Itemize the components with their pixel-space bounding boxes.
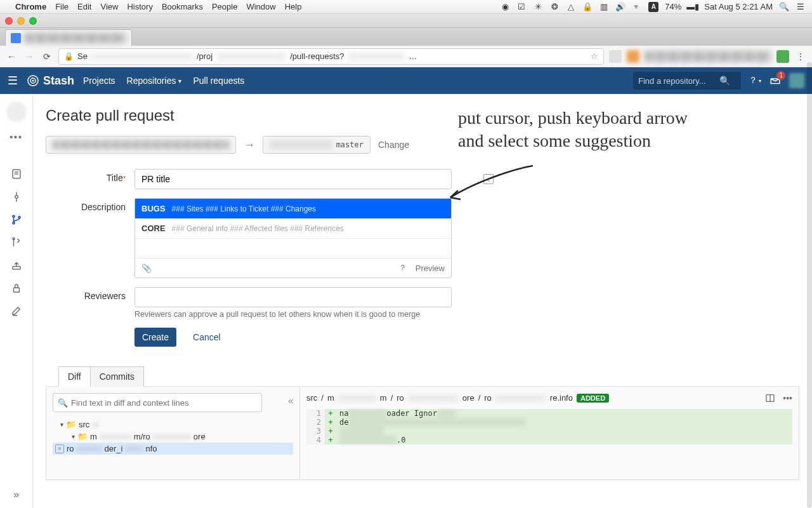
notification-center-icon[interactable]: ☰: [796, 2, 806, 12]
sidebar-more-icon[interactable]: •••: [10, 132, 23, 142]
page-scrollbar[interactable]: [807, 62, 812, 508]
input-source-icon[interactable]: A: [648, 2, 658, 12]
stash-logo[interactable]: Stash: [27, 74, 74, 88]
tree-folder-src[interactable]: ▾📁src: [53, 418, 293, 431]
status-icon-1[interactable]: ❂: [549, 2, 560, 12]
lock-icon: 🔒: [64, 52, 74, 61]
repo-search-input[interactable]: [638, 76, 714, 86]
file-icon: ≡: [55, 444, 64, 453]
battery-percent[interactable]: 74%: [665, 2, 681, 11]
sidebar-source-icon[interactable]: [10, 168, 23, 180]
menu-file[interactable]: File: [55, 2, 69, 11]
svg-rect-14: [13, 288, 19, 292]
menu-bookmarks[interactable]: Bookmarks: [162, 2, 203, 11]
extension-icon-2[interactable]: [627, 50, 639, 63]
nav-pull-requests[interactable]: Pull requests: [193, 76, 244, 86]
user-avatar[interactable]: [789, 73, 804, 88]
sidebar-branches-icon[interactable]: [10, 213, 23, 226]
sidebar-settings-icon[interactable]: [10, 305, 23, 318]
file-added-badge: ADDED: [577, 394, 609, 403]
checkbox-status-icon[interactable]: ☑: [516, 2, 527, 12]
nav-back-button[interactable]: ←: [5, 50, 18, 63]
browser-tab[interactable]: [5, 29, 132, 46]
suggestion-core[interactable]: CORE ### General info ### Affected files…: [135, 218, 451, 238]
reviewers-input[interactable]: [134, 287, 452, 307]
preview-link[interactable]: Preview: [416, 264, 445, 273]
create-button[interactable]: Create: [134, 328, 176, 347]
dest-branch-chip[interactable]: master: [263, 136, 370, 154]
window-zoom-button[interactable]: [29, 17, 37, 25]
sidebar-forks-icon[interactable]: [10, 259, 23, 272]
menu-edit[interactable]: Edit: [77, 2, 91, 11]
tree-file-selected[interactable]: ≡ro der_i nfo: [53, 443, 293, 455]
extension-icon-1[interactable]: [609, 50, 622, 63]
nav-repositories[interactable]: Repositories▾: [127, 76, 182, 86]
lock-status-icon[interactable]: 🔒: [582, 2, 593, 12]
window-minimize-button[interactable]: [17, 17, 25, 25]
gdrive-icon[interactable]: △: [566, 2, 576, 12]
diff-view-toggle-icon[interactable]: [765, 393, 775, 405]
diff-more-icon[interactable]: •••: [783, 393, 792, 405]
chrome-toolbar: ← → ⟳ 🔒 Se /proj /pull-requests? … ☆ ⋮: [0, 46, 812, 67]
project-avatar[interactable]: [6, 102, 27, 122]
nav-reload-button[interactable]: ⟳: [41, 50, 53, 63]
tab-title-blurred: [25, 33, 126, 43]
diff-search-input[interactable]: [53, 393, 262, 412]
diff-file-tree-panel: 🔍 « ▾📁src ▾📁m m/ro ore ≡ro der_i nfo: [46, 387, 300, 479]
menu-history[interactable]: History: [127, 2, 152, 11]
suggestion-name: BUGS: [141, 204, 166, 213]
tab-diff[interactable]: Diff: [58, 366, 91, 387]
menu-people[interactable]: People: [212, 2, 237, 11]
description-editor[interactable]: BUGS ### Sites ### Links to Ticket ### C…: [134, 198, 452, 278]
attachment-icon[interactable]: 📎: [141, 264, 152, 273]
repo-search[interactable]: 🔍: [633, 72, 741, 90]
tree-folder-sub[interactable]: ▾📁m m/ro ore: [53, 431, 293, 443]
nav-projects[interactable]: Projects: [83, 76, 115, 86]
avast-icon[interactable]: ✳: [533, 2, 543, 12]
nav-forward-button[interactable]: →: [23, 50, 36, 63]
menubar-app-name[interactable]: Chrome: [15, 2, 46, 11]
extension-icon-3[interactable]: [776, 50, 789, 63]
inbox-icon[interactable]: 1: [769, 74, 782, 87]
title-input[interactable]: [134, 169, 452, 189]
sidebar-permissions-icon[interactable]: [10, 282, 23, 295]
diff-line: 2+de: [306, 418, 792, 427]
battery-detail-icon[interactable]: ▥: [599, 2, 609, 12]
annotation-line2: and select some suggestion: [458, 130, 775, 152]
cancel-button[interactable]: Cancel: [185, 328, 228, 347]
help-icon[interactable]: ？▾: [749, 74, 761, 87]
chrome-menu-button[interactable]: ⋮: [794, 50, 807, 63]
stash-mark-icon: [27, 74, 39, 87]
diff-line: 1+na oader Ignor: [306, 409, 792, 418]
suggestion-bugs[interactable]: BUGS ### Sites ### Links to Ticket ### C…: [135, 199, 451, 218]
sidebar-expand-icon[interactable]: »: [13, 489, 19, 500]
sidebar-commits-icon[interactable]: [10, 190, 23, 203]
inbox-badge: 1: [776, 71, 785, 80]
description-suggestions: BUGS ### Sites ### Links to Ticket ### C…: [135, 199, 451, 239]
menu-window[interactable]: Window: [246, 2, 275, 11]
battery-icon[interactable]: ▬▮: [688, 2, 698, 12]
svg-rect-13: [13, 267, 20, 270]
svg-point-9: [13, 215, 15, 217]
window-close-button[interactable]: [5, 17, 13, 25]
source-branch-chip[interactable]: [46, 136, 236, 154]
bookmark-star-icon[interactable]: ☆: [591, 51, 598, 61]
chrome-tabstrip: [0, 28, 812, 46]
menu-view[interactable]: View: [100, 2, 118, 11]
wifi-icon[interactable]: ᯤ: [632, 2, 642, 12]
menu-help[interactable]: Help: [285, 2, 302, 11]
help-icon[interactable]: ？: [398, 262, 407, 274]
omnibox[interactable]: 🔒 Se /proj /pull-requests? … ☆: [58, 48, 604, 65]
suggestion-preview: ### General info ### Affected files ### …: [172, 224, 344, 233]
viber-icon[interactable]: ◉: [500, 2, 510, 12]
app-menu-icon[interactable]: ☰: [8, 74, 18, 88]
collapse-tree-icon[interactable]: «: [288, 396, 293, 406]
volume-icon[interactable]: 🔊: [615, 2, 625, 12]
change-branch-link[interactable]: Change: [378, 140, 409, 150]
tab-commits[interactable]: Commits: [91, 366, 144, 387]
required-marker: *: [123, 175, 126, 182]
sidebar-pullrequests-icon[interactable]: [10, 236, 23, 249]
spotlight-icon[interactable]: 🔍: [779, 2, 789, 12]
menubar-clock[interactable]: Sat Aug 5 2:21 AM: [704, 2, 773, 11]
description-textarea[interactable]: [135, 239, 451, 258]
